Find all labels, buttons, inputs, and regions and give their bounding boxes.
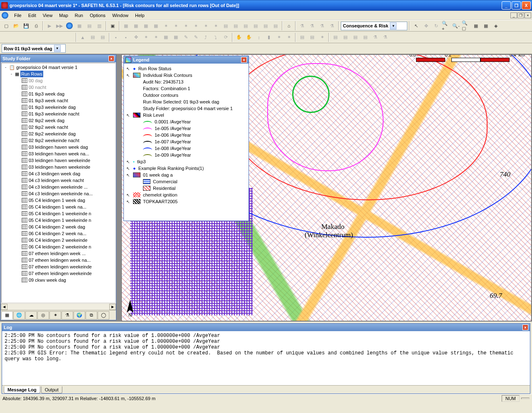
study-folder-header[interactable]: Study Folder × [1, 55, 116, 62]
t2-3-icon[interactable]: ▤ [98, 33, 107, 42]
layer1-icon[interactable]: ▤ [221, 21, 230, 30]
tree-item[interactable]: 05 C4 leidingen 1 week dag [2, 197, 114, 204]
rotate-icon[interactable]: ↻ [431, 21, 441, 30]
maptool2-icon[interactable]: ▦ [481, 21, 490, 30]
report2-icon[interactable]: ▥ [95, 21, 104, 30]
mdi-close-button[interactable]: × [525, 12, 531, 18]
t2-28-icon[interactable]: ▤ [361, 33, 370, 42]
legend-panel[interactable]: Legend × ↖●Run Row Status ↖Individual Ri… [123, 56, 249, 221]
flask2-icon[interactable]: ⚗ [308, 21, 317, 30]
menu-file[interactable]: File [11, 12, 25, 19]
tree-item[interactable]: 02 tkp2 week dag [2, 117, 114, 124]
t2-9-icon[interactable]: ▦ [161, 33, 170, 42]
t2-25-icon[interactable]: ▤ [331, 33, 340, 42]
t2-23-icon[interactable]: ▤ [308, 33, 317, 42]
tab-link-icon[interactable]: ⧉ [86, 311, 97, 320]
play-all-icon[interactable]: ▶▶ [55, 21, 64, 30]
dropdown-icon[interactable]: ▼ [54, 45, 61, 52]
t2-1-icon[interactable]: ▲ [78, 33, 87, 42]
t2-8-icon[interactable]: ✶ [151, 33, 160, 42]
menu-view[interactable]: View [39, 12, 56, 19]
wind5-icon[interactable]: ✶ [201, 21, 210, 30]
tree-item[interactable]: 04 c3 leidingen week nacht [2, 177, 114, 184]
open-icon[interactable]: 📂 [12, 21, 21, 30]
wind1-icon[interactable]: ✶ [161, 21, 170, 30]
flask1-icon[interactable]: ⚗ [298, 21, 307, 30]
tree-item[interactable]: 01 tkp3 week nacht [2, 97, 114, 104]
scroll-right-icon[interactable]: ▶ [109, 304, 116, 310]
legend-header[interactable]: Legend × [124, 56, 249, 64]
scroll-left-icon[interactable]: ◀ [1, 304, 7, 310]
tree-item[interactable]: 04 c3 leidingen weekeinde ... [2, 184, 114, 190]
t2-26-icon[interactable]: ▤ [341, 33, 350, 42]
tree-item[interactable]: 05 C4 leidingen 1 week na... [2, 204, 114, 210]
tree-item[interactable]: 01 tkp3 weekeinde dag [2, 104, 114, 111]
move-icon[interactable]: ✥ [421, 21, 431, 30]
tab-grid-icon[interactable]: ▦ [1, 311, 13, 320]
menu-run[interactable]: Run [71, 12, 86, 19]
layer5-icon[interactable]: ▤ [261, 21, 270, 30]
tree-item[interactable]: 05 C4 leidingen 1 weekeinde n [2, 210, 114, 217]
tree-item[interactable]: 00 dag [2, 77, 114, 84]
grid3-icon[interactable]: ▦ [141, 21, 150, 30]
menu-map[interactable]: Map [56, 12, 71, 19]
tree-item[interactable]: 07 etheen leidingen weekeinde [2, 263, 114, 270]
grid1-icon[interactable]: ▦ [121, 21, 131, 30]
tree-hscroll[interactable]: ◀ ▶ [1, 303, 116, 310]
tree-item[interactable]: 02 tkp2 weekeinde dag [2, 130, 114, 137]
tree-item[interactable]: 00 nacht [2, 84, 114, 91]
play-icon[interactable]: ▶ [45, 21, 54, 30]
wind6-icon[interactable]: ✶ [211, 21, 220, 30]
t2-12-icon[interactable]: ✎ [191, 33, 200, 42]
tab-message-log[interactable]: Message Log [4, 386, 40, 393]
tab-flask-icon[interactable]: ⚗ [62, 311, 73, 320]
t2-18-icon[interactable]: ↕ [254, 33, 264, 42]
window-icon[interactable]: ▣ [108, 21, 117, 30]
wind3-icon[interactable]: ✶ [181, 21, 190, 30]
tree-item[interactable]: 05 C4 leidingen 1 weekeinde n [2, 217, 114, 224]
tree-item[interactable]: 01 tkp3 week dag [2, 91, 114, 97]
maximize-button[interactable]: ❐ [512, 1, 521, 10]
tree-item[interactable]: 03 leidingen haven week dag [2, 144, 114, 150]
tree-item[interactable]: 07 etheen leidingen weekeinde [2, 270, 114, 277]
tree-item[interactable]: 01 tkp3 weekeinde nacht [2, 111, 114, 117]
t2-22-icon[interactable]: ▤ [298, 33, 307, 42]
close-icon[interactable]: × [241, 57, 247, 63]
menu-options[interactable]: Options [86, 12, 109, 19]
layer2-icon[interactable]: ▤ [231, 21, 240, 30]
row-selector[interactable]: Row 01 tkp3 week dag ▼ [2, 44, 66, 53]
run-globe-icon[interactable] [65, 21, 74, 30]
tree-item[interactable]: 03 leidingen haven weekeinde [2, 164, 114, 170]
zoomin-icon[interactable]: 🔍+ [441, 21, 451, 30]
tree-item[interactable]: 03 leidingen haven week na... [2, 150, 114, 157]
flask4-icon[interactable]: ⚗ [328, 21, 337, 30]
zoomout-icon[interactable]: 🔍- [451, 21, 461, 30]
maptool3-icon[interactable]: ◈ [491, 21, 500, 30]
t2-4-icon[interactable]: ▪ [111, 33, 121, 42]
tree-item[interactable]: 04 c3 leidingen weekeinde na... [2, 190, 114, 197]
tab-target-icon[interactable]: ◎ [37, 311, 49, 320]
tree-item[interactable]: 02 tkp2 weekeinde nacht [2, 137, 114, 144]
tab-star-icon[interactable]: ✶ [49, 311, 61, 320]
study-tree[interactable]: -📋groepsrisico 04 maart versie 1 -▦Run R… [1, 63, 116, 303]
close-icon[interactable]: × [522, 324, 528, 330]
t2-24-icon[interactable]: ✶ [318, 33, 327, 42]
wind2-icon[interactable]: ✶ [171, 21, 180, 30]
chart-icon[interactable]: ▦ [75, 21, 84, 30]
layer4-icon[interactable]: ▤ [251, 21, 260, 30]
log-header[interactable]: Log × [2, 324, 530, 331]
t2-13-icon[interactable]: ⤴ [201, 33, 210, 42]
tab-output[interactable]: Output [41, 386, 62, 393]
mdi-restore-button[interactable]: ❐ [517, 12, 524, 18]
home-icon[interactable]: ⌂ [284, 21, 293, 30]
grid2-icon[interactable]: ▦ [131, 21, 140, 30]
menu-edit[interactable]: Edit [25, 12, 39, 19]
tree-item[interactable]: 07 etheen leidingen week na... [2, 257, 114, 263]
save-icon[interactable]: 💾 [22, 21, 31, 30]
tree-item[interactable]: 06 C4 leidingen 2 week na... [2, 230, 114, 237]
minimize-button[interactable]: _ [502, 1, 511, 10]
tree-item[interactable]: 06 C4 leidingen 2 weekeinde [2, 237, 114, 243]
t2-2-icon[interactable]: ▤ [88, 33, 97, 42]
t2-11-icon[interactable]: ✎ [181, 33, 190, 42]
wind4-icon[interactable]: ✶ [191, 21, 200, 30]
